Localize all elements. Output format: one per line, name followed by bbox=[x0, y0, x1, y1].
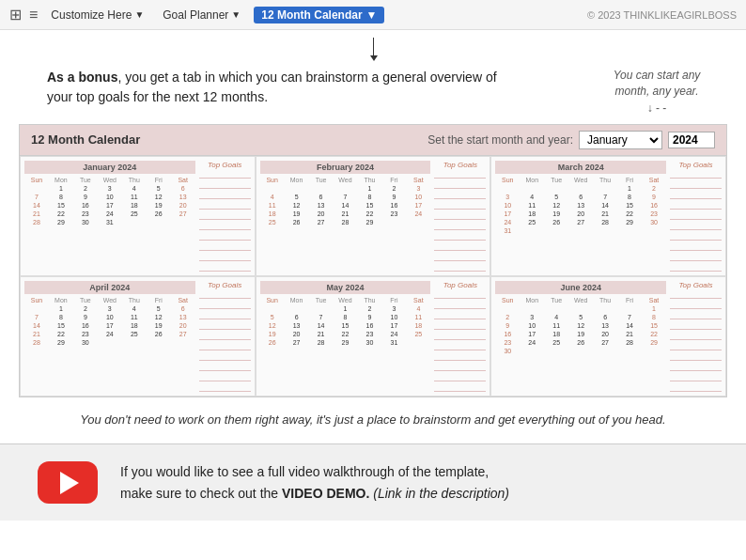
arrow-annotation bbox=[0, 30, 746, 58]
goal-planner-button[interactable]: Goal Planner ▼ bbox=[157, 7, 246, 23]
customize-label: Customize Here bbox=[51, 8, 132, 22]
youtube-section: If you would like to see a full video wa… bbox=[0, 443, 746, 521]
year-input[interactable] bbox=[668, 132, 715, 148]
youtube-text: If you would like to see a full video wa… bbox=[120, 461, 509, 504]
calendar-section-title: 12 Month Calendar bbox=[31, 132, 140, 147]
top-nav: ⊞ ≡ Customize Here ▼ Goal Planner ▼ 12 M… bbox=[0, 0, 746, 30]
month-year-controls: Set the start month and year: JanuaryFeb… bbox=[427, 131, 715, 149]
month-cell: January 2024SunMonTueWedThuFriSat1234567… bbox=[20, 156, 256, 276]
side-note-container: You can start any month, any year. ↓ - - bbox=[596, 68, 718, 115]
side-note: You can start any month, any year. bbox=[596, 68, 718, 100]
bonus-text: As a bonus, you get a tab in which you c… bbox=[47, 68, 498, 107]
goal-planner-label: Goal Planner bbox=[163, 8, 228, 22]
month-select[interactable]: JanuaryFebruaryMarch AprilMayJune JulyAu… bbox=[579, 131, 662, 149]
youtube-button[interactable] bbox=[38, 461, 98, 504]
month-cell: June 2024SunMonTueWedThuFriSat1234567891… bbox=[490, 276, 726, 397]
customize-arrow: ▼ bbox=[134, 9, 144, 20]
active-tab-label: 12 Month Calendar bbox=[261, 8, 362, 22]
bonus-bold: As a bonus bbox=[47, 70, 117, 85]
goal-planner-arrow: ▼ bbox=[231, 9, 241, 20]
month-cell: March 2024SunMonTueWedThuFriSat123456789… bbox=[490, 156, 726, 276]
calendar-header-bar: 12 Month Calendar Set the start month an… bbox=[20, 125, 726, 155]
month-cell: February 2024SunMonTueWedThuFriSat123456… bbox=[256, 156, 491, 276]
menu-icon[interactable]: ≡ bbox=[29, 7, 38, 23]
side-note-arrow: ↓ - - bbox=[596, 101, 718, 115]
set-label: Set the start month and year: bbox=[427, 133, 573, 147]
yt-video-demo[interactable]: VIDEO DEMO. bbox=[282, 486, 369, 501]
grid-icon[interactable]: ⊞ bbox=[9, 6, 22, 23]
calendar-section: 12 Month Calendar Set the start month an… bbox=[19, 124, 727, 397]
active-tab-arrow: ▼ bbox=[366, 8, 378, 22]
months-grid: January 2024SunMonTueWedThuFriSat1234567… bbox=[20, 155, 726, 397]
play-icon bbox=[60, 472, 79, 494]
arrow-line bbox=[373, 38, 374, 56]
bonus-section: As a bonus, you get a tab in which you c… bbox=[0, 58, 746, 124]
month-cell: May 2024SunMonTueWedThuFriSat12345678910… bbox=[256, 276, 491, 397]
month-cell: April 2024SunMonTueWedThuFriSat123456789… bbox=[20, 276, 256, 397]
bottom-note: You don't need to work on them right awa… bbox=[0, 397, 746, 439]
copyright: © 2023 THINKLIKEAGIRLBOSS bbox=[587, 9, 737, 21]
yt-text-after: (Link in the description) bbox=[369, 486, 509, 501]
active-tab[interactable]: 12 Month Calendar ▼ bbox=[254, 7, 384, 23]
customize-button[interactable]: Customize Here ▼ bbox=[45, 7, 149, 23]
